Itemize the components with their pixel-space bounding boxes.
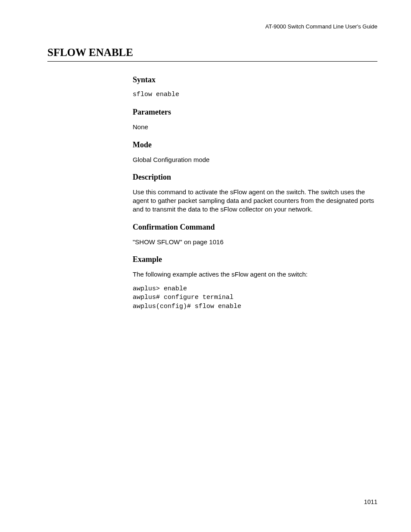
example-intro: The following example actives the sFlow … [133,270,377,279]
page-number: 1011 [364,498,377,505]
mode-heading: Mode [133,140,377,149]
page-title: SFLOW ENABLE [47,47,377,62]
confirmation-text: "SHOW SFLOW" on page 1016 [133,238,377,246]
example-heading: Example [133,255,377,264]
parameters-text: None [133,123,377,131]
content-body: Syntax sflow enable Parameters None Mode… [133,75,377,311]
description-heading: Description [133,173,377,182]
parameters-heading: Parameters [133,108,377,117]
syntax-heading: Syntax [133,75,377,84]
confirmation-heading: Confirmation Command [133,223,377,232]
description-text: Use this command to activate the sFlow a… [133,188,377,214]
syntax-code: sflow enable [133,90,377,99]
example-code: awplus> enable awplus# configure termina… [133,285,377,311]
mode-text: Global Configuration mode [133,156,377,164]
header-guide-title: AT-9000 Switch Command Line User's Guide [265,23,377,30]
